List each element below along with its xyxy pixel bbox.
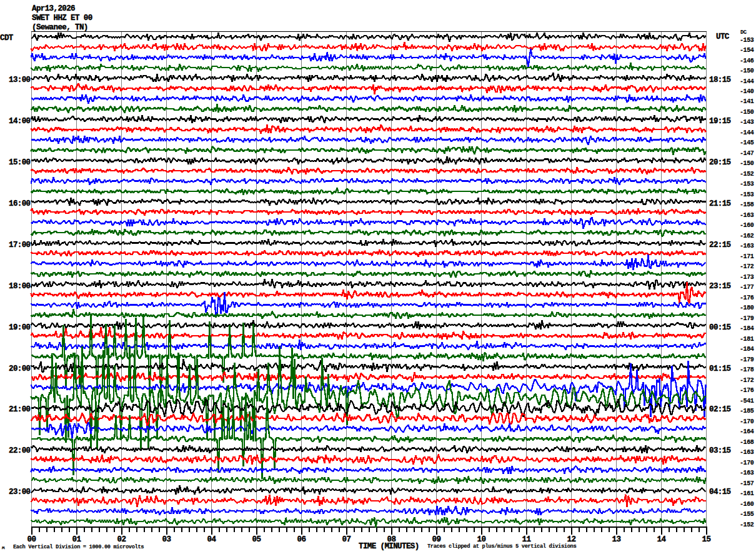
svg-text:-154: -154 bbox=[740, 47, 754, 54]
svg-text:ʍ: ʍ bbox=[2, 545, 5, 550]
svg-text:-170: -170 bbox=[740, 460, 754, 466]
svg-text:-152: -152 bbox=[740, 521, 754, 528]
svg-text:-541: -541 bbox=[740, 398, 754, 405]
svg-text:00:15: 00:15 bbox=[709, 323, 731, 332]
svg-text:-144: -144 bbox=[740, 129, 754, 136]
svg-text:-163: -163 bbox=[740, 470, 754, 476]
svg-text:-141: -141 bbox=[740, 98, 754, 105]
svg-text:-155: -155 bbox=[740, 511, 754, 518]
svg-text:-176: -176 bbox=[740, 295, 754, 301]
svg-text:00: 00 bbox=[27, 535, 36, 544]
svg-text:15:00: 15:00 bbox=[9, 158, 31, 167]
svg-text:-181: -181 bbox=[740, 336, 754, 343]
svg-text:-163: -163 bbox=[740, 212, 754, 219]
svg-text:14: 14 bbox=[657, 535, 667, 544]
svg-text:14:00: 14:00 bbox=[9, 117, 31, 126]
svg-text:06: 06 bbox=[297, 535, 306, 544]
svg-text:Apr13,2026: Apr13,2026 bbox=[32, 4, 75, 13]
svg-text:23:00: 23:00 bbox=[9, 488, 31, 496]
svg-text:-158: -158 bbox=[740, 201, 754, 208]
svg-text:03: 03 bbox=[162, 535, 171, 544]
svg-text:05: 05 bbox=[252, 535, 261, 544]
svg-text:SWET HHZ ET 00: SWET HHZ ET 00 bbox=[32, 14, 92, 23]
svg-text:13: 13 bbox=[612, 535, 621, 544]
svg-text:-153: -153 bbox=[740, 37, 754, 44]
svg-text:-172: -172 bbox=[740, 377, 754, 384]
svg-text:DC: DC bbox=[740, 29, 747, 36]
svg-text:TIME (MINUTES): TIME (MINUTES) bbox=[359, 542, 419, 551]
svg-text:-179: -179 bbox=[740, 315, 754, 322]
svg-text:-160: -160 bbox=[740, 222, 754, 229]
svg-text:09: 09 bbox=[432, 535, 441, 544]
svg-text:-152: -152 bbox=[740, 171, 754, 178]
svg-text:18:00: 18:00 bbox=[9, 282, 31, 291]
svg-text:12: 12 bbox=[567, 535, 576, 544]
svg-text:-157: -157 bbox=[740, 480, 754, 487]
svg-text:-160: -160 bbox=[740, 501, 754, 508]
svg-text:-184: -184 bbox=[740, 346, 754, 353]
svg-text:-163: -163 bbox=[740, 243, 754, 249]
svg-text:17:00: 17:00 bbox=[9, 241, 31, 249]
svg-text:16:00: 16:00 bbox=[9, 199, 31, 208]
svg-text:-179: -179 bbox=[740, 356, 754, 363]
svg-text:-178: -178 bbox=[740, 366, 754, 373]
svg-text:-145: -145 bbox=[740, 139, 754, 146]
svg-text:19:00: 19:00 bbox=[9, 323, 31, 332]
svg-text:-171: -171 bbox=[740, 253, 754, 260]
svg-text:(Sewanee, TN): (Sewanee, TN) bbox=[32, 23, 88, 32]
svg-text:01: 01 bbox=[72, 535, 81, 544]
svg-text:-163: -163 bbox=[740, 449, 754, 456]
svg-text:-173: -173 bbox=[740, 274, 754, 281]
svg-text:-146: -146 bbox=[740, 58, 754, 64]
svg-text:-161: -161 bbox=[740, 490, 754, 497]
svg-text:21:00: 21:00 bbox=[9, 405, 31, 414]
svg-text:11: 11 bbox=[522, 535, 531, 544]
svg-text:10: 10 bbox=[477, 535, 486, 544]
svg-text:23:15: 23:15 bbox=[709, 282, 731, 291]
svg-text:-176: -176 bbox=[740, 387, 754, 394]
svg-text:20:00: 20:00 bbox=[9, 365, 31, 373]
svg-text:-153: -153 bbox=[740, 181, 754, 188]
svg-text:-177: -177 bbox=[740, 284, 754, 291]
svg-text:-150: -150 bbox=[740, 68, 754, 74]
svg-text:-150: -150 bbox=[740, 109, 754, 116]
svg-text:UTC: UTC bbox=[716, 33, 730, 41]
svg-text:-143: -143 bbox=[740, 119, 754, 126]
svg-text:03:15: 03:15 bbox=[709, 446, 731, 455]
svg-text:-185: -185 bbox=[740, 408, 754, 415]
svg-text:15: 15 bbox=[702, 535, 711, 544]
svg-text:22:15: 22:15 bbox=[709, 241, 731, 249]
svg-text:-172: -172 bbox=[740, 263, 754, 270]
svg-text:-153: -153 bbox=[740, 191, 754, 198]
svg-text:13:00: 13:00 bbox=[9, 76, 31, 84]
svg-text:01:15: 01:15 bbox=[709, 365, 731, 373]
svg-text:-184: -184 bbox=[740, 325, 754, 332]
svg-text:22:00: 22:00 bbox=[9, 446, 31, 455]
svg-text:CDT: CDT bbox=[0, 34, 14, 43]
svg-text:21:15: 21:15 bbox=[709, 199, 731, 208]
svg-text:-162: -162 bbox=[740, 233, 754, 239]
svg-text:Traces clipped at plus/minus 5: Traces clipped at plus/minus 5 vertical … bbox=[427, 543, 576, 550]
svg-text:-140: -140 bbox=[740, 88, 754, 95]
svg-text:07: 07 bbox=[342, 535, 351, 544]
svg-text:-164: -164 bbox=[740, 428, 754, 435]
svg-text:20:15: 20:15 bbox=[709, 158, 731, 167]
svg-text:02: 02 bbox=[117, 535, 126, 544]
svg-text:Each Vertical Division = 1000.: Each Vertical Division = 1000.00 microvo… bbox=[13, 544, 144, 550]
svg-text:-168: -168 bbox=[740, 439, 754, 446]
svg-text:02:15: 02:15 bbox=[709, 405, 731, 414]
svg-text:-150: -150 bbox=[740, 160, 754, 167]
svg-text:-147: -147 bbox=[740, 150, 754, 157]
svg-text:-180: -180 bbox=[740, 305, 754, 311]
svg-text:19:15: 19:15 bbox=[709, 117, 731, 126]
svg-text:04: 04 bbox=[207, 535, 217, 544]
svg-text:-170: -170 bbox=[740, 418, 754, 425]
svg-text:18:15: 18:15 bbox=[709, 76, 731, 84]
svg-text:-144: -144 bbox=[740, 78, 754, 85]
svg-text:04:15: 04:15 bbox=[709, 488, 731, 496]
